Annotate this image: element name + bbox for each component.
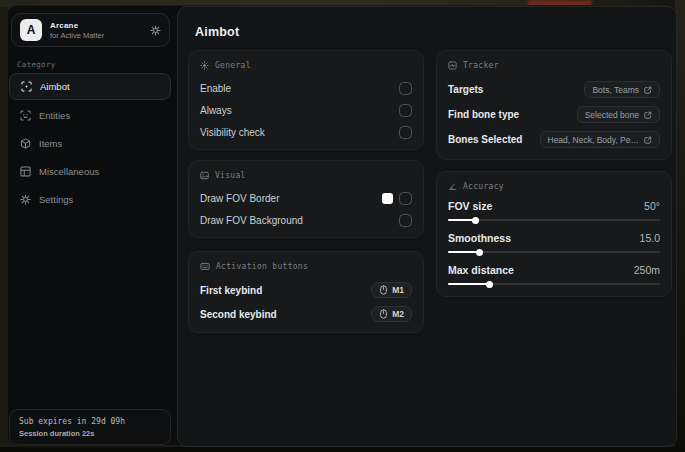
setting-label: Always <box>200 105 232 116</box>
app-window: A Arcane for Active Matter Category Aimb… <box>7 5 676 446</box>
card-title: General <box>215 61 251 70</box>
sidebar-item-entities[interactable]: Entities <box>9 102 171 129</box>
setting-label: Find bone type <box>448 109 519 120</box>
slider-row: Max distance 250m <box>448 262 660 288</box>
setting-row: First keybind M1 <box>200 278 412 302</box>
sidebar-item-label: Aimbot <box>40 81 70 92</box>
first-keybind-button[interactable]: M1 <box>371 282 412 298</box>
dropdown-value: Bots, Teams <box>592 85 639 95</box>
second-keybind-button[interactable]: M2 <box>371 306 412 322</box>
setting-label: Second keybind <box>200 309 277 320</box>
app-logo: A <box>20 19 42 41</box>
app-name: Arcane <box>50 21 142 30</box>
general-card: General Enable Always Visibility check <box>188 50 424 150</box>
always-checkbox[interactable] <box>399 104 412 117</box>
setting-row: Second keybind M2 <box>200 302 412 326</box>
setting-row: Targets Bots, Teams <box>448 77 660 102</box>
setting-row: Visibility check <box>200 121 412 143</box>
sidebar-item-miscellaneous[interactable]: Miscellaneous <box>9 158 171 185</box>
draw-fov-background-checkbox[interactable] <box>399 214 412 227</box>
find-bone-type-dropdown[interactable]: Selected bone <box>577 106 660 123</box>
sidebar-item-settings[interactable]: Settings <box>9 186 171 213</box>
app-subtitle: for Active Matter <box>50 31 142 40</box>
slider-row: Smoothness 15.0 <box>448 230 660 256</box>
dropdown-value: Selected bone <box>585 110 639 120</box>
setting-label: Bones Selected <box>448 134 522 145</box>
slider-value: 15.0 <box>640 232 660 244</box>
setting-label: Draw FOV Background <box>200 215 303 226</box>
slider-label: Smoothness <box>448 232 511 244</box>
expand-icon <box>644 111 652 119</box>
game-background-bottom <box>0 447 685 452</box>
session-duration-text: Session duration 22s <box>19 429 161 438</box>
keybind-value: M1 <box>392 285 404 295</box>
setting-label: Enable <box>200 83 231 94</box>
max-distance-slider[interactable] <box>448 280 660 288</box>
expand-icon <box>644 86 652 94</box>
sidebar-item-label: Items <box>39 138 62 149</box>
card-title: Visual <box>215 171 246 180</box>
setting-row: Bones Selected Head, Neck, Body, Pe… <box>448 127 660 152</box>
page-title: Aimbot <box>195 25 239 39</box>
main-panel: Aimbot General Enable Always <box>177 6 677 447</box>
fov-size-slider[interactable] <box>448 216 660 224</box>
slider-value: 250m <box>634 264 660 276</box>
tracker-icon <box>448 61 457 70</box>
sidebar-item-label: Entities <box>39 110 70 121</box>
category-label: Category <box>17 60 56 69</box>
subscription-info: Sub expires in 29d 09h Session duration … <box>9 409 171 445</box>
setting-row: Draw FOV Background <box>200 209 412 231</box>
setting-row: Find bone type Selected bone <box>448 102 660 127</box>
face-scan-icon <box>20 110 31 121</box>
setting-label: Targets <box>448 84 483 95</box>
mouse-icon <box>379 309 388 319</box>
dropdown-value: Head, Neck, Body, Pe… <box>548 135 640 145</box>
sidebar-item-aimbot[interactable]: Aimbot <box>9 73 171 100</box>
sun-icon <box>200 61 209 70</box>
setting-label: First keybind <box>200 285 262 296</box>
setting-label: Draw FOV Border <box>200 193 279 204</box>
card-title: Accuracy <box>463 182 504 191</box>
card-title: Tracker <box>463 61 499 70</box>
crosshair-scan-icon <box>21 81 32 92</box>
accuracy-card: Accuracy FOV size 50° Smoothness 15.0 <box>436 171 672 297</box>
setting-row: Enable <box>200 77 412 99</box>
keybind-value: M2 <box>392 309 404 319</box>
visibility-check-checkbox[interactable] <box>399 126 412 139</box>
slider-label: FOV size <box>448 200 492 212</box>
tracker-card: Tracker Targets Bots, Teams Find bone ty… <box>436 50 672 160</box>
gear-icon[interactable] <box>150 25 161 36</box>
bones-selected-dropdown[interactable]: Head, Neck, Body, Pe… <box>540 131 661 148</box>
activation-buttons-card: Activation buttons First keybind M1 Seco… <box>188 251 424 333</box>
draw-fov-border-checkbox[interactable] <box>399 192 412 205</box>
sidebar-item-label: Settings <box>39 194 73 205</box>
image-icon <box>200 171 209 180</box>
fov-border-color-swatch[interactable] <box>382 193 393 204</box>
slider-value: 50° <box>644 200 660 212</box>
angle-icon <box>448 182 457 191</box>
setting-label: Visibility check <box>200 127 265 138</box>
smoothness-slider[interactable] <box>448 248 660 256</box>
slider-thumb[interactable] <box>472 217 479 224</box>
slider-thumb[interactable] <box>486 281 493 288</box>
setting-row: Always <box>200 99 412 121</box>
visual-card: Visual Draw FOV Border Draw FOV Backgrou… <box>188 160 424 238</box>
layout-icon <box>20 166 31 177</box>
sidebar-item-items[interactable]: Items <box>9 130 171 157</box>
sub-expires-text: Sub expires in 29d 09h <box>19 417 161 426</box>
sidebar-item-label: Miscellaneous <box>39 166 99 177</box>
keyboard-icon <box>200 262 210 271</box>
card-title: Activation buttons <box>216 262 308 271</box>
mouse-icon <box>379 285 388 295</box>
expand-icon <box>644 136 652 144</box>
slider-row: FOV size 50° <box>448 198 660 224</box>
slider-label: Max distance <box>448 264 514 276</box>
enable-checkbox[interactable] <box>399 82 412 95</box>
cube-icon <box>20 138 31 149</box>
targets-dropdown[interactable]: Bots, Teams <box>584 81 660 98</box>
gear-icon <box>20 194 31 205</box>
slider-thumb[interactable] <box>476 249 483 256</box>
setting-row: Draw FOV Border <box>200 187 412 209</box>
sidebar-header: A Arcane for Active Matter <box>11 13 170 47</box>
